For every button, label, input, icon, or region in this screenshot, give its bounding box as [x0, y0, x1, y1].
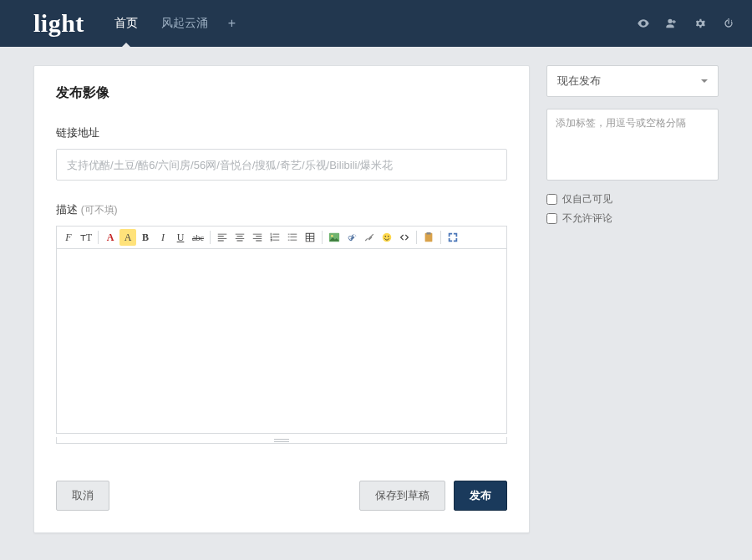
nav-tabs: 首页 风起云涌 + [104, 0, 242, 47]
save-draft-button[interactable]: 保存到草稿 [359, 481, 445, 511]
publish-button[interactable]: 发布 [454, 481, 507, 511]
svg-point-1 [331, 235, 333, 237]
toolbar-sep [440, 231, 441, 244]
unlink-icon[interactable] [361, 229, 378, 246]
desc-label-hint: (可不填) [81, 204, 118, 216]
desc-block: 描述 (可不填) F ᴛT A A B I U abc [56, 202, 507, 444]
font-size-icon[interactable]: ᴛT [78, 229, 94, 246]
no-comment-label: 不允许评论 [562, 211, 612, 226]
editor-toolbar: F ᴛT A A B I U abc [56, 226, 507, 248]
url-block: 链接地址 [56, 125, 507, 181]
align-right-icon[interactable] [249, 229, 266, 246]
tag-input[interactable]: 添加标签，用逗号或空格分隔 [546, 109, 719, 181]
publish-time-select[interactable]: 现在发布 [546, 65, 719, 97]
nav-add-tab[interactable]: + [221, 16, 242, 31]
private-checkbox[interactable] [546, 194, 557, 205]
code-icon[interactable] [396, 229, 413, 246]
editor-resize-handle[interactable] [56, 437, 507, 444]
italic-icon[interactable]: I [155, 229, 171, 246]
nav-tab-home[interactable]: 首页 [104, 0, 148, 47]
svg-rect-6 [426, 232, 430, 235]
svg-point-3 [384, 236, 386, 237]
toolbar-sep [322, 231, 323, 244]
align-left-icon[interactable] [214, 229, 231, 246]
publish-card: 发布影像 链接地址 描述 (可不填) F ᴛT A A B I U abc [33, 65, 530, 533]
image-icon[interactable] [326, 229, 343, 246]
bold-icon[interactable]: B [137, 229, 154, 246]
paste-icon[interactable] [420, 229, 437, 246]
strike-icon[interactable]: abc [190, 229, 206, 246]
ordered-list-icon[interactable] [267, 229, 283, 246]
top-navbar: light 首页 风起云涌 + [0, 0, 752, 47]
gear-icon[interactable] [694, 17, 707, 30]
visibility-icon[interactable] [637, 17, 650, 30]
table-icon[interactable] [302, 229, 318, 246]
highlight-icon[interactable]: A [119, 229, 136, 246]
no-comment-checkbox[interactable] [546, 213, 557, 224]
publish-time-value: 现在发布 [557, 74, 601, 89]
fullscreen-icon[interactable] [445, 229, 461, 246]
desc-label: 描述 (可不填) [56, 202, 507, 217]
no-comment-checkbox-row[interactable]: 不允许评论 [546, 211, 719, 226]
font-color-icon[interactable]: A [102, 229, 119, 246]
underline-icon[interactable]: U [172, 229, 189, 246]
url-input[interactable] [56, 149, 507, 181]
svg-point-4 [388, 236, 389, 237]
toolbar-sep [98, 231, 99, 244]
content-area: 发布影像 链接地址 描述 (可不填) F ᴛT A A B I U abc [0, 47, 752, 552]
align-center-icon[interactable] [231, 229, 248, 246]
description-editor[interactable] [56, 248, 507, 434]
cancel-button[interactable]: 取消 [56, 481, 109, 511]
private-label: 仅自己可见 [562, 192, 612, 206]
nav-tab-trending[interactable]: 风起云涌 [151, 0, 218, 47]
font-family-icon[interactable]: F [60, 229, 77, 246]
sidebar: 现在发布 添加标签，用逗号或空格分隔 仅自己可见 不允许评论 [546, 65, 719, 226]
tag-placeholder: 添加标签，用逗号或空格分隔 [556, 117, 686, 129]
svg-point-2 [383, 233, 392, 242]
url-label: 链接地址 [56, 125, 507, 140]
card-title: 发布影像 [56, 84, 507, 102]
desc-label-text: 描述 [56, 203, 78, 216]
link-icon[interactable] [343, 229, 360, 246]
brand-logo[interactable]: light [33, 9, 84, 38]
add-user-icon[interactable] [665, 17, 678, 30]
toolbar-sep [416, 231, 417, 244]
nav-action-icons [637, 17, 735, 30]
private-checkbox-row[interactable]: 仅自己可见 [546, 192, 719, 206]
toolbar-sep [210, 231, 211, 244]
emoji-icon[interactable] [379, 229, 395, 246]
power-icon[interactable] [722, 17, 735, 30]
unordered-list-icon[interactable] [284, 229, 301, 246]
action-bar: 取消 保存到草稿 发布 [56, 456, 507, 511]
